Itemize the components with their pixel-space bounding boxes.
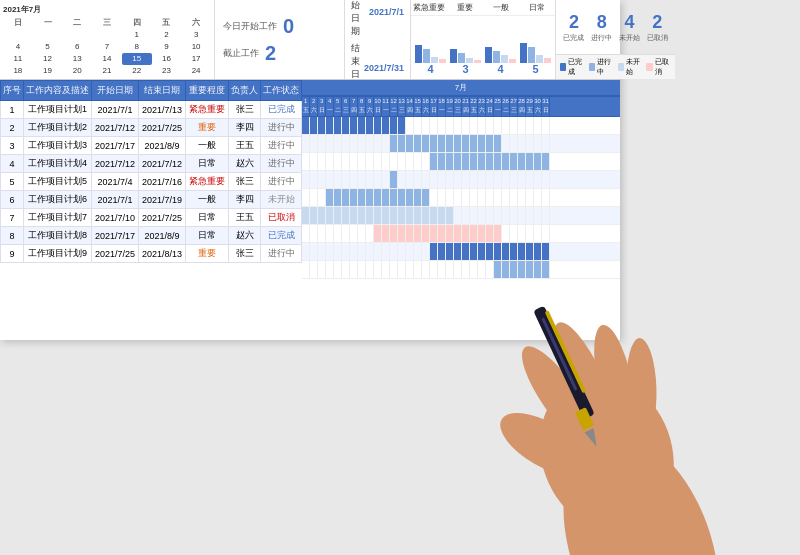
gantt-cell (430, 117, 438, 134)
notstarted-num: 4 (619, 12, 640, 33)
gantt-cell (342, 243, 350, 260)
completed-lbl: 已完成 (563, 33, 584, 43)
legend-cancelled: 已取消 (646, 57, 671, 77)
gantt-cell (470, 135, 478, 152)
gantt-cell (398, 207, 406, 224)
bar-normal-bars (485, 35, 516, 63)
gantt-cell (486, 225, 494, 242)
gantt-cell (470, 207, 478, 224)
gantt-cell (494, 243, 502, 260)
cal-cell: 24 (181, 65, 211, 77)
gantt-cell (502, 189, 510, 206)
gantt-cell (318, 153, 326, 170)
cal-cell: 21 (92, 65, 122, 77)
table-cell: 2021/8/9 (139, 137, 186, 155)
gantt-cell (398, 135, 406, 152)
gantt-cell (342, 189, 350, 206)
gantt-cell (406, 171, 414, 188)
gantt-cell (534, 243, 542, 260)
gantt-cell (526, 153, 534, 170)
gantt-cell (366, 225, 374, 242)
table-cell: 2021/7/17 (92, 137, 139, 155)
gantt-cell (510, 261, 518, 278)
gantt-cell (478, 189, 486, 206)
gantt-cell (310, 171, 318, 188)
gantt-cell (390, 261, 398, 278)
gantt-cell (398, 225, 406, 242)
priority-normal-label: 一般 (483, 0, 519, 15)
gantt-date-header: 15 (414, 97, 422, 105)
gantt-cell (390, 117, 398, 134)
gantt-row (302, 225, 620, 243)
gantt-date-header: 24 (486, 97, 494, 105)
bar-cancelled (509, 59, 516, 63)
gantt-cell (446, 225, 454, 242)
gantt-cell (430, 207, 438, 224)
col-start: 开始日期 (92, 81, 139, 101)
gantt-row (302, 153, 620, 171)
gantt-cell (310, 207, 318, 224)
bar-completed (485, 47, 492, 63)
gantt-cell (526, 207, 534, 224)
gantt-cell (438, 117, 446, 134)
gantt-cell (374, 207, 382, 224)
gantt-cell (334, 135, 342, 152)
gantt-cell (310, 225, 318, 242)
gantt-cell (366, 243, 374, 260)
gantt-cell (430, 225, 438, 242)
cal-cell: 8 (122, 41, 152, 53)
gantt-cell (446, 189, 454, 206)
gantt-cell (318, 261, 326, 278)
gantt-cell (526, 171, 534, 188)
gantt-cell (518, 243, 526, 260)
legend-cancelled-icon (646, 63, 652, 71)
gantt-cell (350, 117, 358, 134)
gantt-cell (390, 189, 398, 206)
gantt-cell (406, 261, 414, 278)
gantt-date-header: 31 (542, 97, 550, 105)
gantt-cell (518, 153, 526, 170)
gantt-cell (422, 207, 430, 224)
gantt-cell (358, 135, 366, 152)
date-start-label: 开始日期 (351, 0, 365, 38)
gantt-date-header: 21 (462, 97, 470, 105)
gantt-cell (502, 207, 510, 224)
gantt-cell (342, 117, 350, 134)
table-cell: 赵六 (229, 155, 261, 173)
gantt-cell (478, 225, 486, 242)
cal-cell: 16 (152, 53, 182, 65)
table-body: 1工作项目计划12021/7/12021/7/13紧急重要张三已完成2工作项目计… (1, 101, 302, 263)
table-cell: 6 (1, 191, 24, 209)
gantt-cell (462, 171, 470, 188)
gantt-cell (318, 225, 326, 242)
svg-rect-8 (575, 407, 594, 430)
gantt-cell (478, 153, 486, 170)
important-count: 3 (462, 63, 468, 75)
legend-completed: 已完成 (560, 57, 585, 77)
gantt-cell (366, 135, 374, 152)
gantt-cell (374, 135, 382, 152)
gantt-cell (318, 171, 326, 188)
mini-calendar: 2021年7月 日 一 二 三 四 五 六 1 2 3 4 5 (0, 0, 215, 79)
gantt-cell (406, 243, 414, 260)
table-cell: 进行中 (261, 245, 302, 263)
gantt-cell (342, 207, 350, 224)
gantt-cell (510, 117, 518, 134)
gantt-date-header: 25 (494, 97, 502, 105)
gantt-cell (454, 189, 462, 206)
bar-cancelled (439, 59, 446, 63)
gantt-cell (374, 189, 382, 206)
gantt-cell (366, 207, 374, 224)
gantt-date-header: 7 (350, 97, 358, 105)
legend-inprogress: 进行中 (589, 57, 614, 77)
gantt-cell (454, 225, 462, 242)
gantt-date-header: 26 (502, 97, 510, 105)
gantt-row (302, 189, 620, 207)
gantt-cell (326, 189, 334, 206)
gantt-cell (318, 243, 326, 260)
gantt-cell (350, 243, 358, 260)
gantt-cell (414, 261, 422, 278)
gantt-cell (478, 117, 486, 134)
gantt-date-header: 14 (406, 97, 414, 105)
svg-point-1 (518, 356, 695, 551)
